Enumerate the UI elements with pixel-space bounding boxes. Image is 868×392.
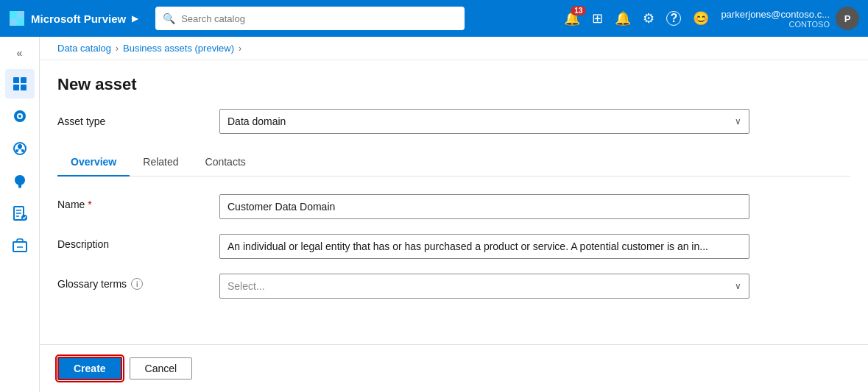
breadcrumb-sep-1: › (116, 43, 119, 54)
asset-type-label: Asset type (57, 115, 219, 127)
feedback-button[interactable]: 😊 (693, 10, 709, 26)
main-content: Data catalog › Business assets (preview)… (40, 37, 868, 392)
svg-rect-3 (17, 18, 24, 26)
apps-button[interactable]: ⊞ (592, 10, 603, 26)
sidebar-item-solutions[interactable] (5, 231, 35, 260)
notifications-button[interactable]: 🔔 13 (564, 10, 580, 26)
glossary-terms-dropdown[interactable]: Select... ∨ (219, 274, 749, 299)
feedback-icon: 😊 (693, 10, 709, 26)
glossary-chevron-down-icon: ∨ (735, 281, 741, 291)
asset-type-value: Data domain (227, 115, 286, 127)
governance-icon (12, 108, 28, 124)
tab-contacts[interactable]: Contacts (192, 149, 259, 177)
glossary-terms-label: Glossary terms i (57, 274, 219, 290)
sidebar-item-data-catalog[interactable] (5, 69, 35, 99)
search-bar[interactable]: 🔍 (155, 7, 465, 30)
top-navigation: Microsoft Purview ▶ 🔍 🔔 13 ⊞ 🔔 ⚙ ? 😊 par… (0, 0, 868, 37)
gear-icon: ⚙ (643, 10, 654, 26)
name-label: Name * (57, 194, 219, 210)
breadcrumb: Data catalog › Business assets (preview)… (40, 37, 868, 60)
notification-badge: 13 (571, 6, 586, 15)
data-map-icon (12, 140, 28, 157)
chevron-down-icon: ∨ (735, 116, 741, 126)
description-label: Description (57, 234, 219, 250)
name-field-row: Name * (57, 194, 850, 219)
policies-icon (12, 205, 28, 221)
brand-arrow-icon: ▶ (132, 14, 138, 24)
settings-button[interactable]: ⚙ (643, 10, 654, 26)
glossary-terms-info-icon[interactable]: i (131, 278, 143, 290)
breadcrumb-sep-2: › (239, 43, 241, 54)
tabs: Overview Related Contacts (57, 149, 850, 177)
description-field-row: Description (57, 234, 850, 259)
brand-logo[interactable]: Microsoft Purview ▶ (9, 10, 138, 26)
search-input[interactable] (181, 13, 457, 24)
svg-rect-17 (18, 187, 21, 188)
svg-rect-0 (10, 11, 17, 18)
breadcrumb-business-assets[interactable]: Business assets (preview) (123, 43, 234, 54)
form-footer: Create Cancel (40, 344, 868, 392)
solutions-icon (12, 238, 28, 254)
asset-type-dropdown[interactable]: Data domain ∨ (219, 109, 749, 134)
description-input[interactable] (219, 234, 749, 259)
insights-icon (12, 173, 28, 189)
svg-rect-5 (21, 77, 27, 83)
sidebar-collapse-button[interactable]: « (8, 43, 32, 63)
page-title: New asset (57, 75, 850, 94)
user-tenant: CONTOSO (721, 20, 830, 29)
form-area: New asset Asset type Data domain ∨ Overv… (40, 60, 868, 344)
svg-rect-4 (13, 77, 19, 83)
sidebar: « (0, 37, 40, 392)
app-body: « (0, 37, 868, 392)
svg-rect-6 (13, 85, 19, 90)
alert-icon: 🔔 (615, 10, 631, 26)
alert-button[interactable]: 🔔 (615, 10, 631, 26)
tab-related[interactable]: Related (130, 149, 191, 177)
svg-rect-2 (10, 18, 17, 26)
svg-rect-7 (21, 85, 27, 90)
help-icon: ? (666, 11, 681, 26)
sidebar-item-insights[interactable] (5, 166, 35, 196)
purview-logo-icon (9, 10, 25, 26)
help-button[interactable]: ? (666, 11, 681, 26)
glossary-terms-placeholder: Select... (227, 280, 265, 292)
brand-name: Microsoft Purview (31, 13, 126, 25)
nav-icons: 🔔 13 ⊞ 🔔 ⚙ ? 😊 parkerjones@contoso.c... … (564, 7, 859, 30)
user-info[interactable]: parkerjones@contoso.c... CONTOSO P (721, 7, 859, 30)
name-required-indicator: * (88, 199, 91, 210)
avatar[interactable]: P (836, 7, 859, 30)
svg-point-12 (18, 144, 22, 149)
tab-overview[interactable]: Overview (57, 149, 130, 177)
glossary-terms-field-row: Glossary terms i Select... ∨ (57, 274, 850, 299)
asset-type-row: Asset type Data domain ∨ (57, 109, 850, 134)
svg-rect-1 (17, 11, 24, 18)
sidebar-item-data-map[interactable] (5, 134, 35, 163)
sidebar-item-governance[interactable] (5, 101, 35, 131)
name-input[interactable] (219, 194, 749, 219)
cancel-button[interactable]: Cancel (130, 357, 193, 379)
svg-point-10 (18, 115, 21, 118)
search-icon: 🔍 (163, 13, 175, 24)
breadcrumb-data-catalog[interactable]: Data catalog (57, 43, 111, 54)
sidebar-item-policies[interactable] (5, 199, 35, 228)
apps-grid-icon: ⊞ (592, 10, 603, 26)
data-catalog-icon (12, 76, 28, 92)
create-button[interactable]: Create (57, 357, 122, 380)
user-email: parkerjones@contoso.c... (721, 9, 830, 20)
